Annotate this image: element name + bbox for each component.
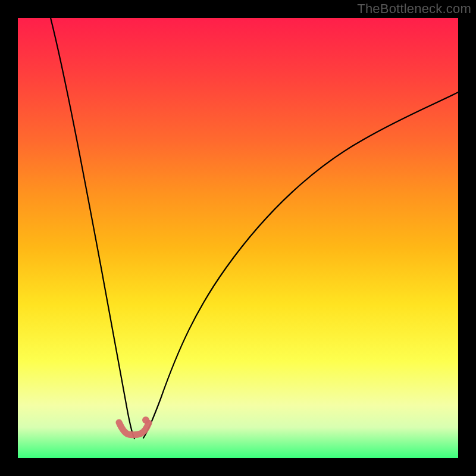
marker-extra-dot <box>142 416 149 424</box>
curves-svg <box>18 18 458 458</box>
marker-cluster <box>119 422 149 435</box>
left-curve <box>51 18 134 439</box>
right-curve <box>143 92 458 438</box>
chart-frame: TheBottleneck.com <box>0 0 476 476</box>
watermark-label: TheBottleneck.com <box>357 1 471 17</box>
plot-area <box>18 18 458 458</box>
